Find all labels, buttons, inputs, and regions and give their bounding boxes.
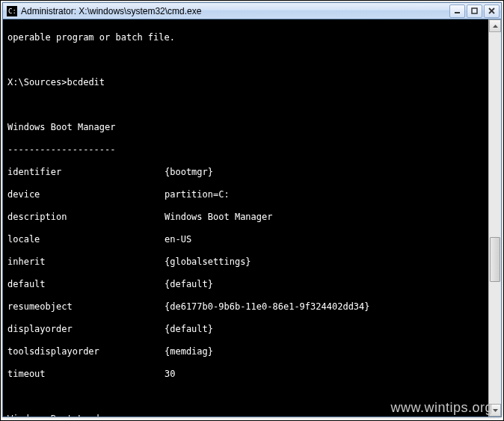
close-button[interactable] xyxy=(484,4,500,18)
scrollbar-track[interactable] xyxy=(489,32,501,404)
scrollbar-thumb[interactable] xyxy=(490,237,500,282)
window-controls xyxy=(449,4,500,18)
minimize-button[interactable] xyxy=(449,4,465,18)
scroll-down-button[interactable] xyxy=(489,404,501,417)
kv-row: identifier{bootmgr} xyxy=(7,167,497,178)
kv-row: resumeobject{de6177b0-9b6b-11e0-86e1-9f3… xyxy=(7,301,497,313)
section-heading: Windows Boot Manager xyxy=(7,122,497,133)
prompt-line: X:\Sources>bcdedit xyxy=(7,77,497,88)
kv-row: localeen-US xyxy=(7,234,497,245)
app-icon: C: xyxy=(6,5,18,17)
cmd-window: C: Administrator: X:\windows\system32\cm… xyxy=(2,2,502,417)
svg-rect-3 xyxy=(472,8,477,13)
svg-marker-7 xyxy=(493,409,498,412)
kv-row: descriptionWindows Boot Manager xyxy=(7,212,497,223)
svg-marker-6 xyxy=(493,25,498,28)
kv-row: toolsdisplayorder{memdiag} xyxy=(7,346,497,357)
section-heading: Windows Boot Loader xyxy=(7,414,497,417)
command-text: bcdedit xyxy=(67,77,105,87)
terminal-output[interactable]: operable program or batch file. X:\Sourc… xyxy=(3,19,501,417)
vertical-scrollbar[interactable] xyxy=(488,19,501,417)
output-line: operable program or batch file. xyxy=(7,32,497,43)
scroll-up-button[interactable] xyxy=(489,19,501,32)
prompt-path: X:\Sources> xyxy=(7,77,67,87)
kv-row: devicepartition=C: xyxy=(7,189,497,200)
titlebar[interactable]: C: Administrator: X:\windows\system32\cm… xyxy=(3,3,501,19)
kv-row: default{default} xyxy=(7,279,497,290)
kv-row: timeout30 xyxy=(7,369,497,380)
maximize-button[interactable] xyxy=(467,4,482,18)
kv-row: displayorder{default} xyxy=(7,324,497,335)
svg-rect-2 xyxy=(455,12,460,13)
divider-line: -------------------- xyxy=(7,144,497,156)
kv-row: inherit{globalsettings} xyxy=(7,256,497,268)
svg-text:C:: C: xyxy=(8,7,16,15)
window-title: Administrator: X:\windows\system32\cmd.e… xyxy=(21,6,449,16)
